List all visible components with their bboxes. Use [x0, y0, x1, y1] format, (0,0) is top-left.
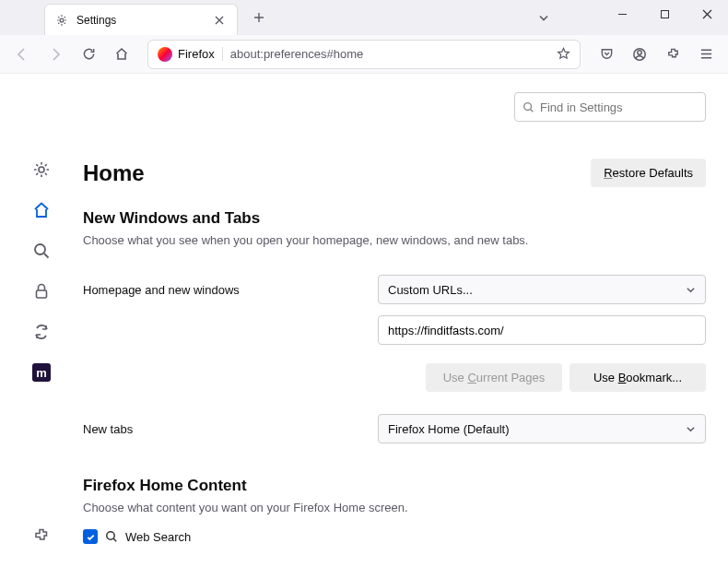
chevron-down-icon [686, 424, 696, 434]
use-current-pages-button[interactable]: Use Current Pages [426, 363, 562, 392]
menu-button[interactable] [691, 40, 721, 69]
svg-point-4 [39, 167, 44, 172]
svg-point-8 [107, 532, 114, 539]
tabs-dropdown[interactable] [530, 4, 558, 31]
sidebar-item-home[interactable] [29, 197, 54, 223]
svg-point-0 [60, 18, 64, 22]
chevron-down-icon [686, 285, 696, 295]
newtabs-select-value: Firefox Home (Default) [388, 422, 509, 436]
sidebar-item-sync[interactable] [29, 319, 54, 345]
section-home-content-title: Firefox Home Content [83, 477, 706, 495]
sidebar-item-general[interactable] [29, 157, 54, 183]
account-button[interactable] [625, 40, 654, 69]
section-new-windows-desc: Choose what you see when you open your h… [83, 233, 706, 247]
identity-box[interactable]: Firefox [158, 47, 223, 62]
svg-rect-6 [37, 290, 47, 298]
close-button[interactable] [686, 0, 728, 28]
window-titlebar: Settings [0, 0, 728, 35]
urlbar[interactable]: Firefox about:preferences#home [147, 40, 581, 69]
sidebar-item-search[interactable] [29, 238, 54, 264]
back-button[interactable] [7, 40, 37, 69]
url-text: about:preferences#home [230, 47, 549, 61]
settings-sidebar: m [0, 74, 83, 567]
homepage-label: Homepage and new windows [83, 283, 378, 297]
pocket-button[interactable] [592, 40, 621, 69]
homepage-url-input[interactable] [378, 315, 706, 345]
close-icon[interactable] [211, 12, 228, 29]
new-tab-button[interactable] [245, 4, 273, 31]
tab-title: Settings [76, 14, 204, 27]
find-settings-box[interactable] [514, 92, 706, 122]
page-title: Home [83, 160, 145, 186]
tabs-strip: Settings [0, 0, 273, 35]
search-icon [523, 101, 534, 113]
tab-settings[interactable]: Settings [44, 4, 238, 35]
gear-icon [54, 13, 69, 28]
settings-main: Home Restore Defaults New Windows and Ta… [83, 74, 728, 567]
homepage-select[interactable]: Custom URLs... [378, 275, 706, 304]
newtabs-select[interactable]: Firefox Home (Default) [378, 414, 706, 443]
svg-point-3 [638, 50, 641, 53]
search-icon [105, 530, 118, 543]
svg-point-5 [35, 244, 45, 254]
websearch-label: Web Search [125, 530, 191, 544]
bookmark-star-icon[interactable] [557, 47, 570, 61]
sidebar-item-more[interactable]: m [29, 360, 54, 385]
section-new-windows-title: New Windows and Tabs [83, 209, 706, 228]
window-controls [601, 0, 728, 28]
use-bookmark-button[interactable]: Use Bookmark... [569, 363, 706, 392]
homepage-select-value: Custom URLs... [388, 283, 473, 297]
home-button[interactable] [107, 40, 136, 69]
reload-button[interactable] [74, 40, 103, 69]
newtabs-label: New tabs [83, 422, 378, 436]
section-home-content-desc: Choose what content you want on your Fir… [83, 501, 706, 514]
svg-point-7 [524, 102, 532, 110]
sidebar-item-privacy[interactable] [29, 278, 54, 304]
minimize-button[interactable] [601, 0, 643, 28]
forward-button[interactable] [41, 40, 70, 69]
find-settings-input[interactable] [540, 100, 698, 114]
nav-toolbar: Firefox about:preferences#home [0, 35, 728, 74]
svg-rect-1 [661, 10, 668, 18]
identity-label: Firefox [178, 47, 223, 61]
extensions-button[interactable] [658, 40, 687, 69]
websearch-checkbox[interactable] [83, 529, 98, 544]
restore-defaults-button[interactable]: Restore Defaults [591, 159, 706, 187]
maximize-button[interactable] [643, 0, 686, 28]
sidebar-item-extensions[interactable] [29, 523, 54, 549]
firefox-icon [158, 47, 172, 62]
